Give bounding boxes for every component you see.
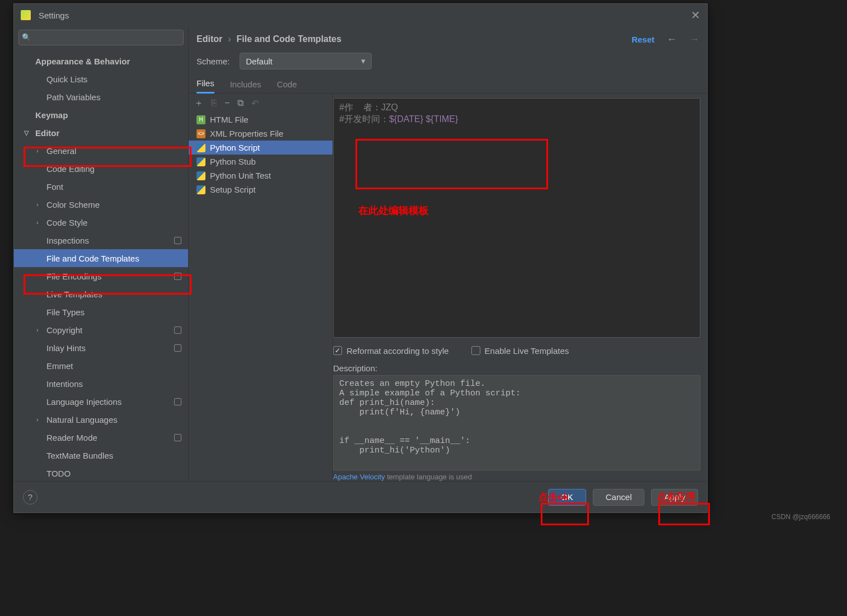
- nav-reader-mode[interactable]: Reader Mode: [14, 428, 188, 446]
- template-item[interactable]: HHTML File: [189, 113, 333, 127]
- footer: ? OK Cancel Apply: [14, 481, 707, 512]
- nav-path-variables[interactable]: Path Variables: [14, 88, 188, 106]
- nav-natural-languages[interactable]: ›Natural Languages: [14, 410, 188, 428]
- titlebar: Settings ✕: [14, 4, 707, 26]
- breadcrumb-current: File and Code Templates: [237, 34, 341, 44]
- settings-window: Settings ✕ 🔍 Appearance & Behavior Quick…: [13, 3, 708, 513]
- nav-general[interactable]: ›General: [14, 142, 188, 160]
- back-icon[interactable]: ←: [667, 34, 677, 45]
- nav-appearance[interactable]: Appearance & Behavior: [14, 52, 188, 70]
- breadcrumb-sep: ›: [228, 34, 231, 44]
- nav-list[interactable]: Appearance & Behavior Quick Lists Path V…: [14, 49, 188, 481]
- apache-velocity-link[interactable]: Apache Velocity: [333, 473, 385, 481]
- scheme-value: Default: [246, 57, 361, 66]
- chevron-right-icon: ›: [36, 201, 39, 208]
- template-item-label: Setup Script: [210, 185, 256, 194]
- template-tabs: Files Includes Code: [189, 74, 707, 94]
- add-child-icon[interactable]: ⎘: [211, 98, 217, 108]
- html-file-icon: H: [196, 115, 205, 124]
- search-input[interactable]: [18, 30, 184, 45]
- template-list[interactable]: HHTML File<>XML Properties FilePython Sc…: [189, 113, 333, 481]
- scheme-label: Scheme:: [196, 57, 230, 66]
- window-title: Settings: [39, 11, 691, 20]
- template-toolbar: ＋ ⎘ − ⧉ ↶: [189, 94, 333, 113]
- lang-note: Apache Velocity template language is use…: [333, 473, 700, 481]
- xml-file-icon: <>: [196, 129, 205, 138]
- right-pane: Editor › File and Code Templates Reset ←…: [189, 26, 707, 481]
- py-file-icon: [196, 157, 205, 166]
- tab-code[interactable]: Code: [277, 74, 297, 94]
- apply-button[interactable]: Apply: [651, 489, 698, 506]
- nav-intentions[interactable]: Intentions: [14, 375, 188, 393]
- scheme-row: Scheme: Default ▾: [189, 52, 707, 74]
- breadcrumb-editor[interactable]: Editor: [196, 34, 222, 44]
- py-file-icon: [196, 185, 205, 194]
- chevron-right-icon: ›: [36, 219, 39, 226]
- nav-textmate[interactable]: TextMate Bundles: [14, 446, 188, 464]
- nav-code-editing[interactable]: Code Editing: [14, 160, 188, 178]
- close-icon[interactable]: ✕: [691, 8, 700, 22]
- chevron-right-icon: ›: [36, 416, 39, 423]
- config-icon: [174, 398, 181, 405]
- nav-todo[interactable]: TODO: [14, 464, 188, 481]
- config-icon: [174, 237, 181, 244]
- enable-live-checkbox[interactable]: [471, 346, 480, 355]
- nav-quick-lists[interactable]: Quick Lists: [14, 70, 188, 88]
- ok-button[interactable]: OK: [548, 489, 586, 506]
- description-label: Description:: [333, 363, 700, 373]
- template-item[interactable]: Python Unit Test: [189, 169, 333, 183]
- config-icon: [174, 273, 181, 280]
- template-item-label: HTML File: [210, 115, 249, 124]
- app-icon: [21, 10, 31, 20]
- nav-inlay-hints[interactable]: Inlay Hints: [14, 339, 188, 357]
- template-item[interactable]: <>XML Properties File: [189, 127, 333, 141]
- chevron-right-icon: ›: [36, 326, 39, 333]
- nav-live-templates[interactable]: Live Templates: [14, 285, 188, 303]
- reformat-checkbox[interactable]: [333, 346, 342, 355]
- py-file-icon: [196, 171, 205, 180]
- template-item[interactable]: Setup Script: [189, 183, 333, 197]
- nav-color-scheme[interactable]: ›Color Scheme: [14, 195, 188, 213]
- description-box[interactable]: Creates an empty Python file. A simple e…: [333, 375, 700, 470]
- copy-icon[interactable]: ⧉: [237, 98, 244, 108]
- template-panel: ＋ ⎘ − ⧉ ↶ HHTML File<>XML Properties Fil…: [189, 94, 333, 481]
- reset-button[interactable]: Reset: [631, 35, 654, 44]
- template-editor[interactable]: #作 者：JZQ #开发时间：${DATE} ${TIME}: [333, 98, 700, 338]
- enable-live-label: Enable Live Templates: [485, 346, 569, 356]
- nav-editor[interactable]: ▽Editor: [14, 124, 188, 142]
- reformat-label: Reformat according to style: [347, 346, 449, 356]
- template-item-label: Python Unit Test: [210, 171, 271, 180]
- nav-inspections[interactable]: Inspections: [14, 231, 188, 249]
- nav-language-injections[interactable]: Language Injections: [14, 393, 188, 410]
- nav-file-types[interactable]: File Types: [14, 303, 188, 321]
- nav-emmet[interactable]: Emmet: [14, 357, 188, 375]
- nav-file-code-templates[interactable]: File and Code Templates: [14, 249, 188, 267]
- undo-icon[interactable]: ↶: [251, 98, 259, 109]
- remove-icon[interactable]: −: [224, 98, 230, 108]
- settings-nav: 🔍 Appearance & Behavior Quick Lists Path…: [14, 26, 189, 481]
- tab-includes[interactable]: Includes: [230, 74, 261, 94]
- py-file-icon: [196, 143, 205, 152]
- config-icon: [174, 344, 181, 352]
- scheme-combo[interactable]: Default ▾: [240, 53, 372, 69]
- cancel-button[interactable]: Cancel: [593, 489, 645, 506]
- template-item[interactable]: Python Stub: [189, 155, 333, 169]
- config-icon: [174, 434, 181, 441]
- nav-keymap[interactable]: Keymap: [14, 106, 188, 124]
- chevron-down-icon: ▾: [361, 56, 366, 66]
- add-icon[interactable]: ＋: [194, 97, 203, 109]
- chevron-right-icon: ›: [36, 147, 39, 154]
- code-panel: #作 者：JZQ #开发时间：${DATE} ${TIME} Reformat …: [333, 94, 707, 481]
- template-item[interactable]: Python Script: [189, 141, 333, 155]
- nav-file-encodings[interactable]: File Encodings: [14, 267, 188, 285]
- tab-files[interactable]: Files: [196, 74, 214, 94]
- template-item-label: XML Properties File: [210, 129, 283, 138]
- nav-code-style[interactable]: ›Code Style: [14, 213, 188, 231]
- help-button[interactable]: ?: [23, 490, 38, 505]
- checks-row: Reformat according to style Enable Live …: [333, 342, 700, 359]
- template-item-label: Python Stub: [210, 157, 256, 166]
- nav-font[interactable]: Font: [14, 178, 188, 195]
- watermark: CSDN @jzq666666: [771, 513, 830, 521]
- breadcrumb-row: Editor › File and Code Templates Reset ←…: [189, 26, 707, 52]
- nav-copyright[interactable]: ›Copyright: [14, 321, 188, 339]
